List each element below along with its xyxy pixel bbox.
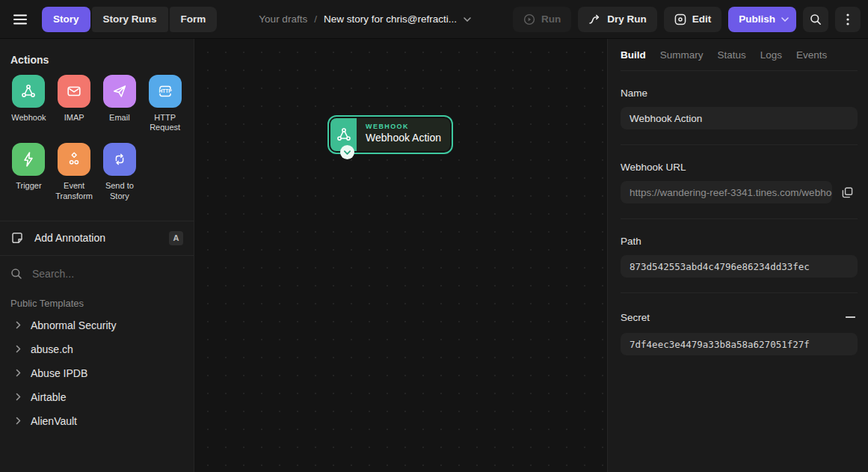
path-label: Path	[621, 236, 858, 247]
path-input[interactable]: 873d542553abd4c4796e86234dd33fec	[621, 255, 858, 278]
template-label: Airtable	[31, 391, 66, 403]
webhook-icon	[20, 83, 37, 99]
chevron-right-icon	[16, 321, 21, 329]
template-item-abnormal-security[interactable]: Abnormal Security	[0, 313, 194, 337]
chevron-right-icon	[16, 417, 21, 425]
chevron-right-icon	[16, 369, 21, 377]
shapes-icon	[66, 151, 82, 168]
edit-label: Edit	[692, 13, 712, 25]
secret-field-section: Secret 7df4eec3e4479a33b8a58a627051f27f	[621, 293, 858, 370]
name-field-section: Name Webhook Action	[621, 71, 858, 145]
chevron-down-icon	[781, 17, 789, 22]
action-tile-webhook[interactable]: Webhook	[6, 75, 52, 132]
tab-form[interactable]: Form	[170, 7, 218, 32]
action-tile-http-request[interactable]: HTTP HTTP Request	[142, 75, 188, 132]
run-button[interactable]: Run	[513, 7, 571, 32]
action-tile-trigger[interactable]: Trigger	[6, 143, 52, 200]
panel-tab-summary[interactable]: Summary	[660, 49, 704, 61]
node-type-label: WEBHOOK	[366, 123, 441, 130]
copy-icon	[842, 187, 853, 198]
tab-story-runs[interactable]: Story Runs	[92, 7, 168, 32]
template-item-abuse-ch[interactable]: abuse.ch	[0, 337, 194, 361]
dry-run-button[interactable]: Dry Run	[578, 7, 657, 32]
sidebar: Actions Webhook IMAP	[0, 39, 194, 472]
template-item-abuse-ipdb[interactable]: Abuse IPDB	[0, 361, 194, 385]
search-icon	[810, 13, 822, 25]
webhook-url-section: Webhook URL https://wandering-reef-3341.…	[621, 145, 858, 219]
collapse-secret-button[interactable]	[843, 310, 858, 325]
edit-record-icon	[674, 13, 686, 25]
path-field-section: Path 873d542553abd4c4796e86234dd33fec	[621, 219, 858, 293]
story-canvas[interactable]: WEBHOOK Webhook Action	[194, 39, 607, 472]
dry-run-icon	[588, 13, 601, 25]
panel-tab-build[interactable]: Build	[621, 49, 646, 61]
run-play-icon	[523, 13, 535, 25]
chevron-down-icon	[344, 150, 351, 155]
public-templates-list: Abnormal Security abuse.ch Abuse IPDB Ai…	[0, 313, 194, 433]
webhook-url-label: Webhook URL	[621, 162, 858, 173]
hamburger-menu-button[interactable]	[7, 7, 33, 32]
topbar-actions: Run Dry Run Edit Publish	[513, 7, 861, 32]
kebab-menu-icon	[846, 13, 849, 25]
action-tile-send-to-story[interactable]: Send to Story	[97, 143, 143, 200]
top-bar: Story Story Runs Form Your drafts / New …	[0, 0, 868, 39]
panel-tab-logs[interactable]: Logs	[760, 49, 782, 61]
search-button[interactable]	[803, 7, 828, 32]
action-tile-email[interactable]: Email	[97, 75, 143, 132]
run-label: Run	[541, 13, 561, 25]
breadcrumb: Your drafts / New story for chris@refrac…	[217, 13, 513, 25]
edit-button[interactable]: Edit	[664, 7, 722, 32]
lightning-icon	[21, 151, 36, 168]
svg-text:HTTP: HTTP	[158, 88, 172, 94]
chevron-right-icon	[16, 345, 21, 353]
panel-tab-events[interactable]: Events	[796, 49, 827, 61]
publish-label: Publish	[739, 13, 775, 25]
sidebar-search	[0, 256, 194, 284]
template-label: Abuse IPDB	[31, 367, 87, 379]
add-annotation-label: Add Annotation	[34, 232, 105, 244]
actions-section-title: Actions	[0, 39, 194, 75]
sidebar-search-input[interactable]	[32, 268, 152, 280]
copy-webhook-url-button[interactable]	[837, 182, 858, 203]
template-item-alienvault[interactable]: AlienVault	[0, 409, 194, 433]
secret-input[interactable]: 7df4eec3e4479a33b8a58a627051f27f	[621, 333, 858, 355]
action-tile-imap[interactable]: IMAP	[52, 75, 97, 132]
minus-icon	[846, 316, 855, 318]
public-templates-title: Public Templates	[0, 284, 194, 313]
panel-tab-status[interactable]: Status	[718, 49, 746, 61]
breadcrumb-parent[interactable]: Your drafts	[259, 13, 307, 25]
template-label: Abnormal Security	[31, 319, 116, 331]
chevron-down-icon[interactable]	[464, 17, 471, 22]
tab-story[interactable]: Story	[42, 7, 90, 32]
loop-arrows-icon	[111, 151, 128, 168]
envelope-icon	[66, 83, 82, 99]
hamburger-icon	[13, 14, 27, 25]
breadcrumb-current-title[interactable]: New story for chris@refracti...	[324, 13, 457, 25]
http-brackets-icon: HTTP	[156, 82, 174, 100]
chevron-right-icon	[16, 393, 21, 401]
publish-button[interactable]: Publish	[728, 7, 796, 32]
search-icon	[10, 268, 22, 280]
annotation-icon	[10, 231, 24, 245]
breadcrumb-separator: /	[314, 13, 317, 25]
node-title: Webhook Action	[366, 132, 441, 144]
template-label: abuse.ch	[31, 343, 73, 355]
name-label: Name	[621, 88, 858, 99]
template-item-airtable[interactable]: Airtable	[0, 385, 194, 409]
paper-plane-icon	[111, 83, 128, 99]
secret-label: Secret	[621, 312, 650, 323]
more-options-button[interactable]	[835, 7, 861, 32]
action-tiles: Webhook IMAP Email	[0, 75, 194, 201]
dry-run-label: Dry Run	[607, 13, 647, 25]
webhook-icon	[336, 126, 352, 143]
add-annotation-button[interactable]: Add Annotation A	[0, 221, 194, 256]
action-config-panel: Build Summary Status Logs Events Name We…	[607, 39, 868, 472]
node-output-port[interactable]	[340, 145, 354, 159]
webhook-url-value[interactable]: https://wandering-reef-3341.tines.com/we…	[621, 181, 832, 203]
action-tile-event-transform[interactable]: Event Transform	[52, 143, 97, 200]
webhook-action-node[interactable]: WEBHOOK Webhook Action	[327, 115, 453, 154]
name-input[interactable]: Webhook Action	[621, 107, 858, 129]
panel-tabs: Build Summary Status Logs Events	[621, 39, 858, 71]
view-switcher: Story Story Runs Form	[42, 7, 217, 32]
annotation-shortcut-badge: A	[169, 231, 183, 245]
